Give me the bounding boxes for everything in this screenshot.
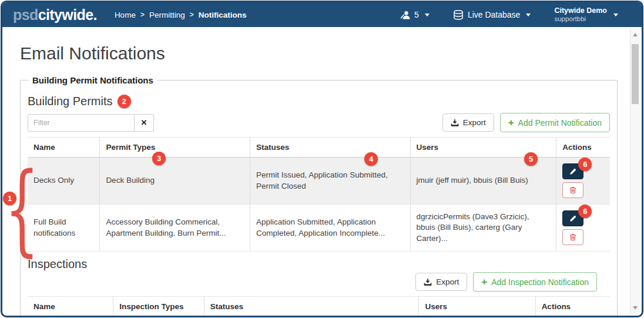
app-window: psdcitywide. Home > Permitting > Notific… (1, 1, 643, 317)
chevron-down-icon (425, 14, 430, 16)
user-icon (400, 11, 410, 19)
permits-export-button[interactable]: Export (442, 113, 494, 132)
add-inspection-notification-label: Add Inspection Notification (491, 277, 589, 287)
col-header-name: Name (28, 297, 113, 317)
clear-x-icon: ✕ (141, 118, 147, 127)
breadcrumb-separator: > (190, 11, 194, 19)
annotation-badge-5: 5 (524, 152, 538, 166)
action-buttons: 6 (562, 210, 583, 245)
action-buttons: 6 (562, 163, 583, 198)
plus-icon: + (508, 118, 514, 128)
annotation-badge-2: 2 (118, 95, 131, 108)
col-header-actions: Actions (556, 138, 610, 158)
filter-clear-button[interactable]: ✕ (135, 114, 154, 132)
app-logo[interactable]: psdcitywide. (13, 6, 97, 24)
scroll-down-arrow[interactable] (630, 303, 640, 313)
add-inspection-notification-button[interactable]: + Add Inspection Notification (473, 272, 597, 292)
panel-legend: Building Permit Notifications (29, 75, 157, 85)
account-dropdown[interactable]: Citywide Demo supportbbi (554, 6, 618, 23)
annotation-brace: { (5, 166, 16, 252)
permits-header-row: Name Permit Types Statuses Users Actions (28, 138, 610, 158)
building-permit-notifications-panel: Building Permit Notifications Building P… (20, 75, 618, 317)
database-label: Live Database (468, 10, 521, 19)
chevron-down-icon (526, 14, 531, 16)
inspections-header-row: Name Inspection Types Statuses Users Act… (28, 297, 610, 317)
filter-input[interactable] (28, 114, 135, 132)
cell-name (28, 317, 113, 318)
delete-button[interactable] (562, 182, 583, 198)
sessions-dropdown[interactable]: 5 (400, 10, 430, 19)
cell-actions: 6 (556, 158, 610, 205)
top-nav-bar: psdcitywide. Home > Permitting > Notific… (2, 2, 642, 27)
cell-actions: 6 (556, 205, 610, 252)
building-permits-table: Name Permit Types Statuses Users Actions… (28, 137, 610, 252)
page-title: Email Notifications (20, 43, 618, 63)
annotation-badge-1: 1 (3, 192, 16, 205)
col-header-users: Users (419, 297, 535, 317)
inspections-toolbar: Export + Add Inspection Notification (28, 272, 597, 292)
col-header-permit-types: Permit Types (100, 138, 250, 158)
table-row (28, 317, 610, 318)
pencil-icon (569, 168, 577, 175)
logo-prefix: psd (13, 6, 38, 23)
triangle-up-icon (633, 33, 638, 36)
topbar-right: 5 Live Database Citywide Demo supportbbi (400, 6, 633, 23)
main-content: Email Notifications Building Permit Noti… (2, 27, 642, 317)
building-permits-heading-text: Building Permits (28, 95, 113, 108)
cell-users (419, 317, 535, 318)
col-header-statuses: Statuses (204, 297, 419, 317)
scroll-up-arrow[interactable] (630, 30, 640, 39)
breadcrumb: Home > Permitting > Notifications (115, 11, 247, 19)
delete-button[interactable] (562, 229, 583, 245)
breadcrumb-home[interactable]: Home (115, 11, 136, 19)
annotation-badge-3: 3 (152, 152, 166, 165)
cell-statuses: Application Submitted, Application Compl… (250, 205, 411, 252)
account-name: Citywide Demo (554, 6, 607, 15)
export-label: Export (463, 118, 486, 127)
cell-permit-types: Deck Building (100, 158, 250, 205)
permits-toolbar: ✕ Export + Add Permit Notification (28, 113, 610, 132)
trash-icon (569, 233, 576, 241)
annotation-badge-6: 6 (578, 205, 592, 218)
table-row: Decks Only Deck Building Permit Issued, … (28, 158, 610, 205)
breadcrumb-notifications[interactable]: Notifications (199, 11, 247, 19)
logo-main: citywide (38, 6, 93, 23)
col-header-actions: Actions (535, 297, 610, 317)
breadcrumb-separator: > (140, 11, 145, 19)
cell-inspection-types (113, 317, 204, 318)
cell-statuses (204, 317, 419, 318)
cell-actions (535, 317, 610, 318)
col-header-statuses: Statuses (250, 138, 411, 158)
inspections-heading: Inspections (28, 257, 610, 271)
export-label: Export (436, 277, 459, 286)
inspections-table: Name Inspection Types Statuses Users Act… (28, 296, 610, 317)
plus-icon: + (481, 277, 487, 287)
logo-dot: . (93, 6, 97, 23)
cell-permit-types: Accessory Building Commerical, Apartment… (100, 205, 250, 252)
chevron-down-icon (613, 14, 618, 16)
vertical-scrollbar[interactable] (630, 29, 640, 314)
database-icon (453, 10, 464, 20)
session-count: 5 (414, 10, 419, 19)
col-header-inspection-types: Inspection Types (113, 297, 204, 317)
export-download-icon (451, 119, 459, 127)
pencil-icon (569, 215, 577, 222)
breadcrumb-permitting[interactable]: Permitting (149, 11, 185, 19)
scrollbar-thumb[interactable] (632, 44, 639, 104)
cell-statuses: Permit Issued, Application Submitted, Pe… (250, 158, 411, 205)
database-dropdown[interactable]: Live Database (453, 10, 531, 20)
cell-users: dgrzicicPermits (Dave3 Grzicic), bbuis (… (410, 205, 556, 252)
export-download-icon (424, 278, 432, 286)
add-permit-notification-label: Add Permit Notification (518, 118, 602, 128)
inspections-export-button[interactable]: Export (415, 273, 467, 291)
add-permit-notification-button[interactable]: + Add Permit Notification (500, 113, 610, 132)
triangle-down-icon (633, 306, 638, 310)
filter-group: ✕ (28, 114, 154, 132)
annotation-badge-6: 6 (578, 158, 592, 171)
building-permits-heading: Building Permits 2 (28, 95, 610, 108)
account-username: supportbbi (554, 15, 607, 23)
trash-icon (569, 186, 576, 194)
annotation-badge-4: 4 (364, 152, 378, 166)
table-row: Full Build notifications Accessory Build… (28, 205, 610, 252)
